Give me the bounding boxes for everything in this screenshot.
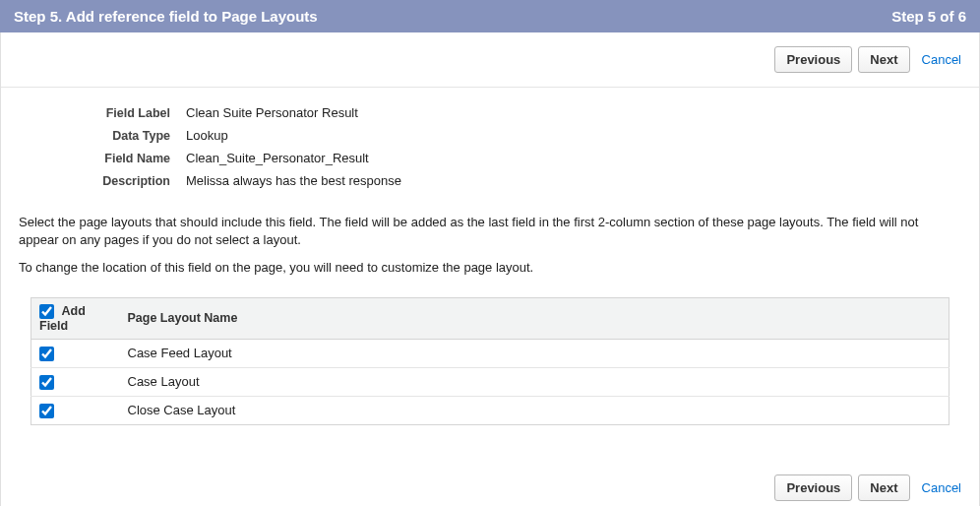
- layout-name: Close Case Layout: [120, 396, 949, 424]
- previous-button[interactable]: Previous: [774, 474, 852, 501]
- top-button-row: Previous Next Cancel: [1, 32, 979, 88]
- table-header-add: Add Field: [31, 297, 120, 339]
- instructions-p2: To change the location of this field on …: [19, 259, 961, 277]
- wizard-header: Step 5. Add reference field to Page Layo…: [0, 0, 980, 32]
- instructions: Select the page layouts that should incl…: [1, 206, 979, 293]
- select-all-checkbox[interactable]: [39, 304, 54, 319]
- description-label: Description: [19, 174, 186, 188]
- layout-name: Case Feed Layout: [120, 339, 949, 367]
- field-label-value: Clean Suite Personator Result: [186, 105, 358, 120]
- cancel-link[interactable]: Cancel: [922, 52, 961, 67]
- field-label-label: Field Label: [19, 106, 186, 120]
- field-summary: Field Label Clean Suite Personator Resul…: [1, 88, 979, 206]
- row-checkbox[interactable]: [39, 375, 54, 390]
- layout-name: Case Layout: [120, 367, 949, 396]
- field-name-label: Field Name: [19, 152, 186, 165]
- data-type-value: Lookup: [186, 128, 228, 143]
- instructions-p1: Select the page layouts that should incl…: [19, 214, 961, 249]
- table-row: Case Layout: [31, 367, 949, 396]
- next-button[interactable]: Next: [858, 474, 909, 501]
- field-name-value: Clean_Suite_Personator_Result: [186, 151, 369, 165]
- row-checkbox[interactable]: [39, 404, 54, 418]
- table-row: Close Case Layout: [31, 396, 949, 424]
- bottom-button-row: Previous Next Cancel: [1, 425, 979, 506]
- wizard-title: Step 5. Add reference field to Page Layo…: [14, 8, 318, 25]
- row-checkbox[interactable]: [39, 347, 54, 361]
- table-row: Case Feed Layout: [31, 339, 949, 367]
- wizard-step-indicator: Step 5 of 6: [891, 8, 966, 25]
- page-layouts-table: Add Field Page Layout Name Case Feed Lay…: [31, 297, 949, 425]
- description-value: Melissa always has the best response: [186, 173, 401, 188]
- next-button[interactable]: Next: [858, 46, 909, 73]
- cancel-link[interactable]: Cancel: [922, 480, 961, 495]
- table-header-name: Page Layout Name: [120, 297, 949, 339]
- data-type-label: Data Type: [19, 129, 186, 143]
- previous-button[interactable]: Previous: [774, 46, 852, 73]
